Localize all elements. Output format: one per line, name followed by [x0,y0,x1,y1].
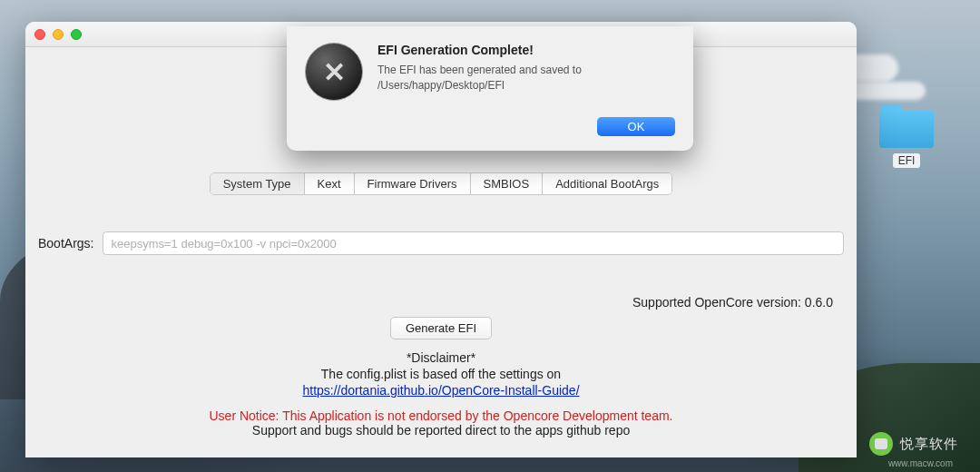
tab-system-type[interactable]: System Type [211,173,305,194]
watermark-text: 悦享软件 [900,436,958,453]
tab-smbios[interactable]: SMBIOS [471,173,544,194]
completion-dialog: ✕ EFI Generation Complete! The EFI has b… [287,26,693,151]
bootargs-input[interactable] [103,231,844,255]
ok-button[interactable]: OK [597,117,675,136]
app-icon: ✕ [305,43,363,101]
tab-firmware-drivers[interactable]: Firmware Drivers [355,173,471,194]
watermark-url: www.macw.com [888,458,953,468]
disclaimer-link[interactable]: https://dortania.github.io/OpenCore-Inst… [302,383,579,398]
folder-icon [879,104,934,148]
tab-additional-bootargs[interactable]: Additional BootArgs [543,173,671,194]
desktop-folder-efi[interactable]: EFI [874,104,939,168]
dialog-title: EFI Generation Complete! [377,43,675,57]
bootargs-label: BootArgs: [38,236,93,251]
dialog-body: The EFI has been generated and saved to … [377,63,675,93]
disclaimer-text: The config.plist is based off the settin… [34,367,848,381]
folder-label: EFI [893,153,921,168]
x-icon: ✕ [323,56,346,88]
tab-kext[interactable]: Kext [305,173,355,194]
wechat-icon [869,432,893,456]
disclaimer-title: *Disclaimer* [34,350,848,365]
generate-efi-button[interactable]: Generate EFI [390,317,492,339]
user-notice: User Notice: This Application is not end… [34,408,848,423]
user-notice-sub: Support and bugs should be reported dire… [34,423,848,438]
tabbar: System Type Kext Firmware Drivers SMBIOS… [210,172,673,195]
watermark: 悦享软件 [869,432,958,456]
supported-version: Supported OpenCore version: 0.6.0 [34,295,848,310]
